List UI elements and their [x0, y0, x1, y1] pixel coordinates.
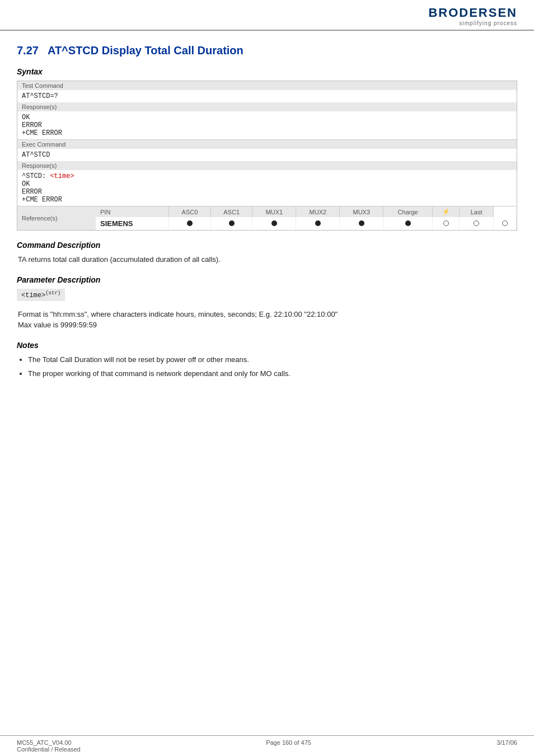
ref-siemens-bolt — [460, 217, 493, 230]
empty-dot — [502, 220, 508, 226]
exec-response-value: ^STCD: <time> OK ERROR +CME ERROR — [17, 170, 517, 206]
filled-dot — [187, 220, 193, 226]
list-item: The Total Call Duration will not be rese… — [28, 354, 517, 365]
test-response-label: Response(s) — [17, 102, 517, 111]
section-number: 7.27 — [17, 44, 39, 57]
page-footer: MC55_ATC_V04.00 Confidential / Released … — [0, 735, 534, 756]
param-description: Format is "hh:mm:ss", where characters i… — [17, 309, 517, 331]
test-response-value: OK ERROR +CME ERROR — [17, 111, 517, 139]
footer-left: MC55_ATC_V04.00 Confidential / Released — [17, 739, 81, 753]
ref-col-asc1: ASC1 — [210, 206, 252, 217]
empty-dot — [474, 220, 479, 226]
footer-page: Page 160 of 475 — [266, 739, 311, 746]
test-command-label: Test Command — [17, 81, 517, 90]
ref-siemens-mux2 — [340, 217, 383, 230]
filled-dot — [405, 220, 411, 226]
param-desc-heading: Parameter Description — [17, 275, 517, 284]
ref-col-asc0: ASC0 — [169, 206, 211, 217]
ref-siemens-mux1 — [296, 217, 340, 230]
ref-col-mux2: MUX2 — [296, 206, 340, 217]
ref-siemens-asc0 — [210, 217, 252, 230]
reference-table: PIN ASC0 ASC1 MUX1 MUX2 MUX3 Charge ⚡ La… — [96, 206, 517, 230]
test-response-ok: OK — [22, 114, 30, 121]
ref-col-bolt: ⚡ — [433, 206, 460, 217]
list-item: The proper working of that command is ne… — [28, 368, 517, 379]
param-desc-line2: Max value is 9999:59:59 — [18, 321, 97, 329]
filled-dot — [229, 220, 235, 226]
footer-status: Confidential / Released — [17, 746, 81, 753]
empty-dot — [443, 220, 449, 226]
reference-label: Reference(s) — [17, 206, 96, 230]
ref-siemens-charge — [433, 217, 460, 230]
command-desc-text: TA returns total call duration (accumula… — [17, 254, 517, 265]
ref-siemens-asc1 — [252, 217, 296, 230]
footer-center: Page 160 of 475 — [266, 739, 311, 753]
ref-siemens-mux3 — [383, 217, 433, 230]
test-response-error: ERROR — [22, 121, 42, 129]
ref-col-mux1: MUX1 — [252, 206, 296, 217]
ref-siemens-last — [493, 217, 516, 230]
notes-heading: Notes — [17, 341, 517, 350]
exec-command-value: AT^STCD — [17, 149, 517, 161]
test-response-cme: +CME ERROR — [22, 129, 62, 137]
page-header: BRODERSEN simplifying process — [0, 0, 534, 31]
exec-ok: OK — [22, 180, 30, 188]
command-desc-heading: Command Description — [17, 241, 517, 250]
exec-command-label: Exec Command — [17, 140, 517, 149]
ref-siemens-pin — [169, 217, 211, 230]
param-desc-line1: Format is "hh:mm:ss", where characters i… — [18, 310, 338, 318]
ref-siemens-name: SIEMENS — [96, 217, 169, 230]
syntax-block: Test Command AT^STCD=? Response(s) OK ER… — [17, 81, 517, 231]
exec-error: ERROR — [22, 188, 42, 196]
ref-col-last: Last — [460, 206, 493, 217]
filled-dot — [271, 220, 277, 226]
exec-response-label: Response(s) — [17, 161, 517, 170]
footer-right: 3/17/06 — [496, 739, 517, 753]
ref-col-pin: PIN — [96, 206, 169, 217]
syntax-heading: Syntax — [17, 67, 517, 76]
logo-text: BRODERSEN — [428, 6, 517, 20]
ref-col-charge: Charge — [383, 206, 433, 217]
ref-col-mux3: MUX3 — [340, 206, 383, 217]
table-row: SIEMENS — [96, 217, 517, 230]
logo-area: BRODERSEN simplifying process — [428, 6, 517, 26]
param-name: <time>(str) — [17, 289, 65, 301]
footer-doc-id: MC55_ATC_V04.00 — [17, 739, 72, 746]
time-param: <time> — [50, 172, 74, 180]
exec-stcd-line: ^STCD: <time> — [22, 172, 74, 180]
filled-dot — [359, 220, 364, 226]
main-content: 7.27 AT^STCD Display Total Call Duration… — [0, 31, 534, 394]
logo-sub: simplifying process — [460, 20, 517, 26]
reference-table-wrapper: PIN ASC0 ASC1 MUX1 MUX2 MUX3 Charge ⚡ La… — [96, 206, 517, 230]
filled-dot — [315, 220, 321, 226]
ref-header-row: PIN ASC0 ASC1 MUX1 MUX2 MUX3 Charge ⚡ La… — [96, 206, 517, 217]
notes-list: The Total Call Duration will not be rese… — [28, 354, 517, 379]
test-command-value: AT^STCD=? — [17, 90, 517, 102]
exec-cme: +CME ERROR — [22, 196, 62, 204]
param-box-wrapper: <time>(str) — [17, 289, 517, 304]
reference-row: Reference(s) PIN ASC0 ASC1 MUX1 MUX2 MUX… — [17, 206, 517, 230]
section-title: 7.27 AT^STCD Display Total Call Duration — [17, 44, 517, 57]
param-sup: (str) — [45, 290, 60, 296]
section-title-text: AT^STCD Display Total Call Duration — [48, 44, 243, 57]
